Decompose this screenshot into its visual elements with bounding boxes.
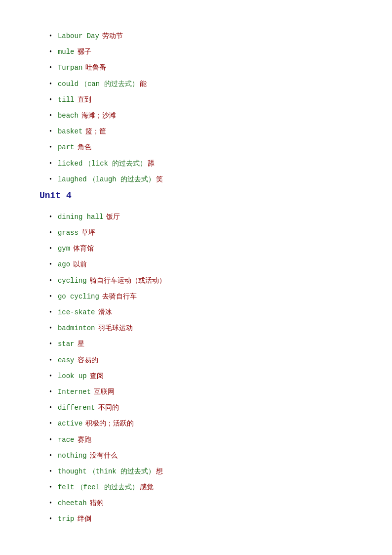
english-word: part xyxy=(58,141,75,154)
grammar-note: （can 的过去式） xyxy=(80,78,139,90)
english-word: active xyxy=(58,418,82,430)
chinese-translation: 去骑自行车 xyxy=(102,290,137,302)
chinese-translation: 劳动节 xyxy=(102,30,123,42)
list-item: part 角色 xyxy=(49,141,353,154)
list-item: cycling 骑自行车运动（或活动） xyxy=(49,274,353,287)
chinese-translation: 直到 xyxy=(78,93,91,106)
english-word: badminton xyxy=(58,322,95,335)
chinese-translation: 舔 xyxy=(148,157,155,170)
chinese-translation: 绊倒 xyxy=(78,512,91,525)
chinese-translation: 容易的 xyxy=(78,354,98,366)
grammar-note: （feel 的过去式） xyxy=(77,481,139,494)
chinese-translation: 草坪 xyxy=(81,226,95,239)
chinese-translation: 不同的 xyxy=(98,401,119,414)
english-word: basket xyxy=(58,126,82,138)
chinese-translation: 笑 xyxy=(156,173,163,185)
english-word: easy xyxy=(58,354,75,367)
english-word: licked xyxy=(58,158,82,170)
chinese-translation: 吐鲁番 xyxy=(85,61,106,74)
english-word: different xyxy=(58,402,95,414)
chinese-translation: 骡子 xyxy=(78,45,91,58)
list-item: go cycling 去骑自行车 xyxy=(49,290,353,303)
english-word: gym xyxy=(58,243,70,255)
chinese-translation: 积极的；活跃的 xyxy=(85,417,134,429)
grammar-note: （laugh 的过去式） xyxy=(89,173,155,186)
english-word: star xyxy=(58,338,75,350)
chinese-translation: 能 xyxy=(140,78,147,90)
list-item: ice-skate 滑冰 xyxy=(49,306,353,319)
english-word: race xyxy=(58,434,75,446)
english-word: Internet xyxy=(58,386,91,398)
english-word: trip xyxy=(58,513,75,525)
english-word: cheetah xyxy=(58,497,87,510)
list-item: laughed （laugh 的过去式） 笑 xyxy=(49,173,353,186)
english-word: till xyxy=(58,94,75,106)
list-item: gym 体育馆 xyxy=(49,242,353,255)
list-item: different 不同的 xyxy=(49,401,353,414)
english-word: dining hall xyxy=(58,211,103,223)
english-word: nothing xyxy=(58,450,87,462)
english-word: ice-skate xyxy=(58,306,95,319)
list-item: thought （think 的过去式） 想 xyxy=(49,465,353,478)
english-word: Turpan xyxy=(58,62,82,74)
list-item: trip 绊倒 xyxy=(49,512,353,525)
english-word: felt xyxy=(58,481,75,494)
list-item: ago 以前 xyxy=(49,258,353,271)
chinese-translation: 角色 xyxy=(78,141,91,153)
chinese-translation: 篮；筐 xyxy=(85,125,106,137)
list-item: look up 查阅 xyxy=(49,370,353,383)
chinese-translation: 猎豹 xyxy=(90,497,104,509)
list-item: beach 海滩；沙滩 xyxy=(49,109,353,122)
list-item: easy 容易的 xyxy=(49,354,353,367)
chinese-translation: 羽毛球运动 xyxy=(98,322,133,334)
chinese-translation: 饭厅 xyxy=(106,211,120,223)
english-word: mule xyxy=(58,46,75,58)
list-item: grass 草坪 xyxy=(49,226,353,239)
grammar-note: （think 的过去式） xyxy=(89,466,155,478)
english-word: thought xyxy=(58,466,87,478)
chinese-translation: 滑冰 xyxy=(98,306,112,318)
chinese-translation: 星 xyxy=(78,338,84,350)
chinese-translation: 赛跑 xyxy=(78,433,91,446)
english-word: go cycling xyxy=(58,291,99,303)
chinese-translation: 骑自行车运动（或活动） xyxy=(90,274,166,287)
english-word: laughed xyxy=(58,173,87,186)
chinese-translation: 海滩；沙滩 xyxy=(81,109,116,122)
chinese-translation: 感觉 xyxy=(140,481,154,493)
english-word: Labour Day xyxy=(58,30,99,43)
list-item: badminton 羽毛球运动 xyxy=(49,322,353,335)
list-item: Labour Day 劳动节 xyxy=(49,30,353,43)
unit4-heading: Unit 4 xyxy=(39,191,353,201)
chinese-translation: 没有什么 xyxy=(90,449,118,462)
chinese-translation: 互联网 xyxy=(94,385,115,398)
list-item: nothing 没有什么 xyxy=(49,449,353,462)
chinese-translation: 以前 xyxy=(73,258,87,270)
page-content: Labour Day 劳动节 mule 骡子 Turpan 吐鲁番 could … xyxy=(39,30,353,526)
list-item: licked （lick 的过去式） 舔 xyxy=(49,157,353,170)
unit4-list: dining hall 饭厅 grass 草坪 gym 体育馆 ago 以前 c… xyxy=(39,211,353,526)
list-item: felt （feel 的过去式） 感觉 xyxy=(49,481,353,494)
english-word: could xyxy=(58,78,78,90)
list-item: star 星 xyxy=(49,338,353,350)
grammar-note: （lick 的过去式） xyxy=(84,158,147,170)
list-item: could （can 的过去式） 能 xyxy=(49,78,353,90)
english-word: grass xyxy=(58,227,78,239)
list-item: cheetah 猎豹 xyxy=(49,497,353,510)
list-item: dining hall 饭厅 xyxy=(49,211,353,223)
chinese-translation: 体育馆 xyxy=(73,242,94,255)
english-word: ago xyxy=(58,258,70,271)
list-item: race 赛跑 xyxy=(49,433,353,446)
english-word: look up xyxy=(58,370,87,383)
chinese-translation: 想 xyxy=(156,465,163,477)
list-item: active 积极的；活跃的 xyxy=(49,417,353,430)
english-word: beach xyxy=(58,110,78,122)
english-word: cycling xyxy=(58,275,87,287)
list-item: mule 骡子 xyxy=(49,45,353,58)
list-item: till 直到 xyxy=(49,93,353,106)
list-item: Internet 互联网 xyxy=(49,385,353,398)
unit3-list: Labour Day 劳动节 mule 骡子 Turpan 吐鲁番 could … xyxy=(39,30,353,186)
chinese-translation: 查阅 xyxy=(90,370,104,382)
list-item: basket 篮；筐 xyxy=(49,125,353,138)
list-item: Turpan 吐鲁番 xyxy=(49,61,353,74)
